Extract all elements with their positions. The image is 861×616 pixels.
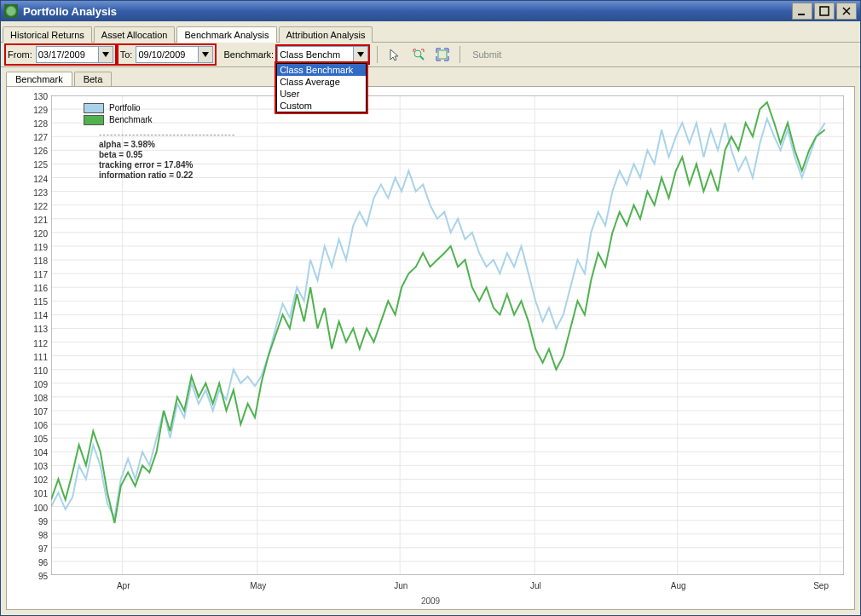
benchmark-dropdown-icon[interactable] [353, 47, 367, 62]
minimize-button[interactable] [792, 3, 812, 20]
benchmark-option[interactable]: Custom [277, 100, 366, 112]
x-tick: May [250, 581, 266, 590]
window-title: Portfolio Analysis [23, 5, 117, 18]
zoom-area-icon[interactable] [408, 44, 429, 65]
y-tick: 129 [7, 106, 48, 115]
y-tick: 98 [7, 530, 48, 539]
legend-swatch-benchmark [84, 115, 104, 125]
portfolio-analysis-window: Portfolio Analysis Historical ReturnsAss… [0, 0, 861, 616]
from-datebox[interactable] [36, 46, 113, 63]
benchmark-option[interactable]: Class Average [277, 76, 366, 88]
x-tick: Aug [671, 581, 686, 590]
to-input[interactable] [136, 48, 198, 61]
to-group: To: [118, 45, 216, 64]
subtab-beta[interactable]: Beta [74, 72, 113, 86]
x-tick: Jun [394, 581, 407, 590]
y-tick: 95 [7, 572, 48, 581]
legend-swatch-portfolio [84, 103, 104, 113]
y-tick: 99 [7, 516, 48, 526]
y-tick: 113 [7, 325, 48, 334]
y-tick: 130 [7, 92, 48, 101]
y-tick: 116 [7, 284, 48, 293]
y-tick: 103 [7, 462, 48, 471]
y-tick: 126 [7, 147, 48, 156]
y-tick: 108 [7, 393, 48, 402]
y-tick: 120 [7, 228, 48, 238]
y-tick: 97 [7, 544, 48, 553]
y-tick: 127 [7, 133, 48, 142]
from-dropdown-icon[interactable] [98, 47, 113, 62]
y-tick: 106 [7, 421, 48, 430]
x-tick: Sep [813, 581, 829, 590]
legend-label-benchmark: Benchmark [109, 114, 153, 126]
tab-attribution-analysis[interactable]: Attribution Analysis [279, 26, 373, 43]
benchmark-combo[interactable]: Class BenchmarkClass AverageUserCustom [277, 46, 368, 63]
app-icon [4, 4, 18, 18]
toolbar-separator-2 [459, 46, 460, 63]
y-tick: 114 [7, 311, 48, 320]
tab-historical-returns[interactable]: Historical Returns [3, 26, 92, 43]
x-axis-year: 2009 [7, 596, 854, 606]
y-tick: 124 [7, 174, 48, 183]
svg-rect-1 [820, 7, 829, 15]
from-label: From: [8, 49, 32, 60]
y-tick: 96 [7, 557, 48, 567]
y-tick: 128 [7, 119, 48, 129]
pointer-tool-icon[interactable] [384, 44, 405, 65]
to-dropdown-icon[interactable] [198, 47, 212, 62]
y-tick: 102 [7, 475, 48, 485]
maximize-button[interactable] [814, 3, 835, 20]
to-label: To: [120, 49, 133, 60]
chart-stats: ------------------------------------- al… [99, 130, 235, 181]
benchmark-option[interactable]: User [277, 88, 366, 100]
to-datebox[interactable] [136, 46, 213, 63]
y-tick: 100 [7, 503, 48, 512]
sub-tabs: BenchmarkBeta [1, 67, 860, 86]
from-group: From: [6, 45, 115, 64]
toolbar-separator [377, 46, 378, 63]
y-tick: 104 [7, 448, 48, 458]
from-input[interactable] [37, 48, 98, 61]
y-tick: 105 [7, 435, 48, 444]
x-tick: Jul [530, 581, 541, 590]
legend-label-portfolio: Portfolio [109, 102, 141, 114]
y-tick: 101 [7, 489, 48, 498]
chart-area: 9596979899100101102103104105106107108109… [6, 86, 855, 610]
tab-asset-allocation[interactable]: Asset Allocation [94, 26, 176, 43]
toolbar: From: To: Benchmark: Class BenchmarkClas… [1, 43, 860, 67]
x-tick: Apr [117, 581, 130, 590]
y-tick: 121 [7, 215, 48, 224]
titlebar: Portfolio Analysis [1, 1, 860, 21]
main-tabs: Historical ReturnsAsset AllocationBenchm… [1, 21, 860, 43]
y-tick: 109 [7, 379, 48, 389]
legend: Portfolio Benchmark [84, 102, 153, 126]
y-tick: 115 [7, 297, 48, 307]
svg-rect-0 [798, 14, 805, 15]
tab-benchmark-analysis[interactable]: Benchmark Analysis [176, 26, 276, 43]
subtab-benchmark[interactable]: Benchmark [6, 72, 72, 86]
benchmark-dropdown[interactable]: Class BenchmarkClass AverageUserCustom [276, 63, 367, 112]
y-tick: 123 [7, 187, 48, 197]
close-button[interactable] [836, 3, 857, 20]
fit-window-icon[interactable] [432, 44, 453, 65]
y-tick: 107 [7, 406, 48, 416]
y-tick: 122 [7, 201, 48, 210]
y-tick: 119 [7, 242, 48, 251]
benchmark-input[interactable] [278, 48, 353, 61]
y-tick: 125 [7, 160, 48, 170]
svg-rect-3 [438, 50, 447, 59]
svg-point-2 [414, 50, 421, 57]
y-tick: 112 [7, 338, 48, 348]
benchmark-label: Benchmark: [223, 49, 274, 60]
submit-button[interactable]: Submit [467, 48, 506, 61]
benchmark-option[interactable]: Class Benchmark [277, 64, 366, 76]
y-tick: 111 [7, 352, 48, 361]
y-tick: 118 [7, 256, 48, 266]
y-tick: 110 [7, 366, 48, 375]
y-tick: 117 [7, 270, 48, 279]
